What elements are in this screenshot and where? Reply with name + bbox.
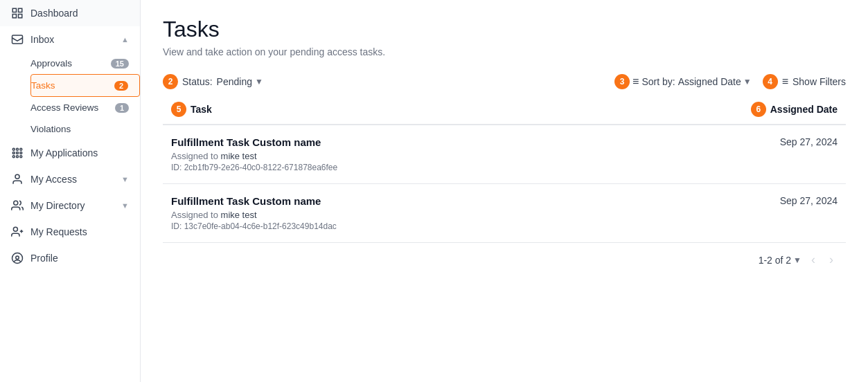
step-4-badge: 4 — [763, 74, 778, 89]
task-assigned: Assigned to mike test — [171, 210, 591, 220]
pagination-info[interactable]: 1-2 of 2 ▼ — [759, 255, 801, 266]
sidebar-item-label: My Applications — [30, 147, 129, 158]
svg-point-8 — [12, 152, 15, 154]
show-filters-label: Show Filters — [792, 76, 846, 87]
access-reviews-badge: 1 — [115, 103, 129, 113]
svg-point-15 — [14, 201, 18, 205]
svg-point-19 — [12, 253, 23, 264]
access-reviews-label: Access Reviews — [30, 102, 109, 113]
sidebar-item-tasks[interactable]: Tasks 2 — [30, 74, 140, 97]
svg-rect-3 — [19, 15, 22, 18]
chevron-down-icon: ▼ — [255, 77, 263, 87]
show-filters-button[interactable]: 4 ≡ Show Filters — [763, 74, 846, 89]
svg-rect-2 — [12, 15, 16, 18]
inbox-subitems: Approvals 15 Tasks 2 Access Reviews 1 Vi… — [0, 53, 140, 140]
svg-point-16 — [13, 227, 17, 231]
sidebar: Dashboard Inbox ▲ Approvals 15 Tasks 2 A… — [0, 0, 141, 382]
svg-rect-4 — [12, 35, 23, 44]
sidebar-item-label: My Access — [30, 174, 114, 185]
sidebar-item-approvals[interactable]: Approvals 15 — [30, 53, 140, 74]
person-plus-icon — [11, 226, 24, 238]
sort-label: Sort by: — [641, 76, 675, 87]
pagination-prev-button[interactable]: ‹ — [807, 251, 820, 269]
svg-point-9 — [17, 152, 19, 154]
chevron-down-icon: ▼ — [121, 201, 129, 210]
pagination: 1-2 of 2 ▼ ‹ › — [163, 243, 846, 271]
svg-point-5 — [12, 148, 15, 150]
status-value: Pending — [217, 76, 252, 87]
task-assigned-user: mike test — [221, 210, 257, 220]
tasks-table: 5 Task 6 Assigned Date Fulfillment Task … — [163, 95, 846, 243]
step-3-badge: 3 — [614, 74, 630, 89]
apps-icon — [11, 147, 24, 159]
violations-label: Violations — [30, 124, 129, 134]
sidebar-item-dashboard[interactable]: Dashboard — [0, 0, 140, 26]
inbox-icon — [11, 33, 24, 46]
svg-point-14 — [15, 174, 19, 179]
approvals-label: Approvals — [30, 58, 105, 69]
people-icon — [11, 199, 24, 212]
step-5-badge: 5 — [171, 102, 186, 117]
sort-value-text: Assigned Date — [678, 76, 741, 87]
toolbar: 2 Status: Pending ▼ 3 ≡ Sort by: Assigne… — [163, 74, 846, 89]
task-name: Fulfillment Task Custom name — [171, 136, 591, 148]
sidebar-item-inbox[interactable]: Inbox ▲ — [0, 26, 140, 53]
pagination-next-button[interactable]: › — [825, 251, 838, 269]
approvals-badge: 15 — [111, 59, 129, 69]
table-row[interactable]: Fulfillment Task Custom name Assigned to… — [163, 125, 846, 184]
sidebar-item-label: My Requests — [30, 226, 129, 237]
chevron-down-icon: ▼ — [121, 175, 129, 183]
svg-point-11 — [12, 156, 15, 158]
step-6-badge: 6 — [751, 102, 766, 117]
svg-point-7 — [20, 148, 22, 150]
svg-point-6 — [17, 148, 19, 150]
sidebar-item-profile[interactable]: Profile — [0, 245, 140, 271]
sort-icon: ≡ — [632, 75, 639, 88]
sidebar-item-violations[interactable]: Violations — [30, 118, 140, 140]
chevron-down-icon: ▼ — [793, 255, 801, 265]
status-dropdown[interactable]: Pending ▼ — [217, 76, 263, 87]
svg-point-13 — [20, 156, 22, 158]
sidebar-item-label: Profile — [30, 253, 129, 264]
status-label: Status: — [182, 76, 213, 87]
main-content: Tasks View and take action on your pendi… — [141, 0, 868, 382]
svg-point-12 — [17, 156, 19, 158]
task-name: Fulfillment Task Custom name — [171, 195, 591, 207]
sidebar-item-my-directory[interactable]: My Directory ▼ — [0, 192, 140, 219]
assigned-date-cell: Sep 27, 2024 — [599, 184, 846, 243]
sort-value-dropdown[interactable]: Assigned Date ▼ — [678, 76, 752, 87]
sidebar-item-my-applications[interactable]: My Applications — [0, 140, 140, 166]
page-title: Tasks — [163, 17, 846, 42]
status-section: 2 Status: Pending ▼ — [163, 74, 263, 89]
task-cell: Fulfillment Task Custom name Assigned to… — [163, 125, 599, 184]
sort-section: 3 ≡ Sort by: Assigned Date ▼ 4 ≡ Show Fi… — [614, 74, 846, 89]
page-subtitle: View and take action on your pending acc… — [163, 46, 846, 57]
assigned-date-cell: Sep 27, 2024 — [599, 125, 846, 184]
svg-point-10 — [20, 152, 22, 154]
chevron-up-icon: ▲ — [121, 35, 129, 44]
sort-by-group: 3 ≡ Sort by: Assigned Date ▼ — [614, 74, 752, 89]
task-id: ID: 2cb1fb79-2e26-40c0-8122-671878ea6fee — [171, 163, 591, 172]
tasks-label: Tasks — [31, 80, 109, 91]
sidebar-item-my-access[interactable]: My Access ▼ — [0, 166, 140, 192]
tasks-badge: 2 — [114, 81, 128, 91]
sidebar-item-my-requests[interactable]: My Requests — [0, 219, 140, 245]
grid-icon — [11, 7, 24, 19]
svg-rect-1 — [19, 8, 22, 12]
task-assigned: Assigned to mike test — [171, 151, 591, 161]
task-id: ID: 13c7e0fe-ab04-4c6e-b12f-623c49b14dac — [171, 221, 591, 231]
sidebar-item-label: Dashboard — [30, 8, 129, 19]
assigned-date-column-header: 6 Assigned Date — [599, 95, 846, 125]
task-column-header: 5 Task — [163, 95, 599, 125]
sidebar-item-access-reviews[interactable]: Access Reviews 1 — [30, 97, 140, 118]
svg-rect-0 — [12, 8, 16, 12]
person-check-icon — [11, 173, 24, 185]
chevron-down-icon: ▼ — [743, 77, 752, 87]
filter-icon: ≡ — [782, 75, 788, 88]
task-cell: Fulfillment Task Custom name Assigned to… — [163, 184, 599, 243]
sidebar-item-label: Inbox — [30, 34, 114, 45]
user-circle-icon — [11, 252, 24, 264]
task-assigned-user: mike test — [221, 151, 257, 161]
table-row[interactable]: Fulfillment Task Custom name Assigned to… — [163, 184, 846, 243]
sidebar-item-label: My Directory — [30, 200, 114, 211]
